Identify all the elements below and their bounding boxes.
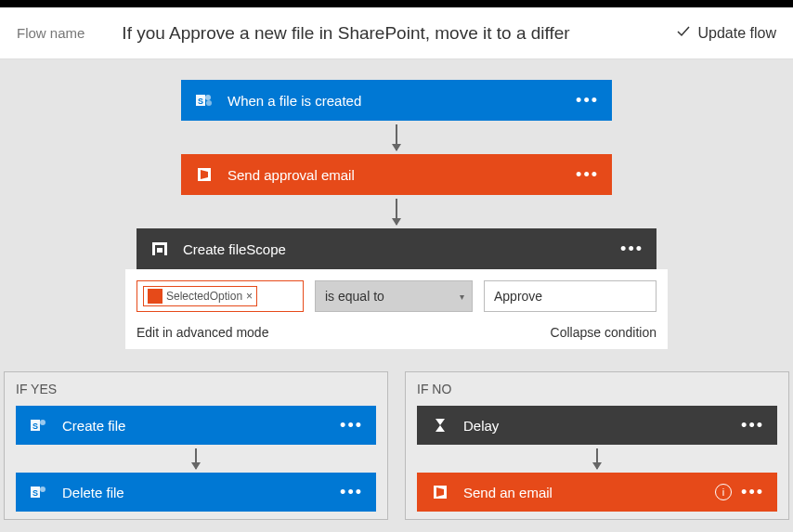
condition-row: SelectedOption × is equal to Approve: [136, 280, 656, 312]
sharepoint-icon: S: [29, 482, 49, 502]
branch-yes-label: IF YES: [16, 382, 376, 396]
scope-card[interactable]: Create fileScope •••: [136, 228, 656, 269]
hourglass-icon: [430, 415, 450, 435]
svg-text:S: S: [198, 97, 203, 106]
svg-text:S: S: [32, 422, 38, 431]
sharepoint-icon: S: [29, 415, 49, 435]
approval-email-card[interactable]: Send approval email •••: [181, 154, 612, 195]
more-icon[interactable]: •••: [741, 416, 764, 435]
approval-email-title: Send approval email: [228, 167, 576, 183]
more-icon[interactable]: •••: [340, 483, 363, 502]
delay-card[interactable]: Delay •••: [417, 406, 777, 445]
header-bar: Flow name If you Approve a new file in S…: [0, 7, 793, 59]
condition-operator-select[interactable]: is equal to: [315, 280, 473, 312]
scope-icon: [150, 239, 170, 259]
flow-name-label: Flow name: [17, 25, 84, 41]
delay-title: Delay: [463, 418, 741, 434]
svg-point-3: [206, 100, 212, 106]
flow-canvas: S When a file is created ••• Send approv…: [0, 59, 793, 520]
token-remove-icon[interactable]: ×: [246, 290, 253, 303]
svg-point-14: [40, 487, 46, 492]
more-icon[interactable]: •••: [741, 483, 764, 502]
collapse-condition-link[interactable]: Collapse condition: [551, 325, 656, 340]
more-icon[interactable]: •••: [340, 416, 363, 435]
more-icon[interactable]: •••: [576, 165, 599, 185]
create-file-card[interactable]: S Create file •••: [16, 406, 376, 445]
window-topbar: [0, 0, 793, 7]
delete-file-card[interactable]: S Delete file •••: [16, 473, 376, 512]
branch-yes: IF YES S Create file ••• S Delete file •…: [4, 371, 388, 520]
flow-title[interactable]: If you Approve a new file in SharePoint,…: [122, 23, 675, 44]
svg-rect-6: [152, 242, 155, 255]
svg-point-11: [40, 420, 46, 425]
create-file-title: Create file: [62, 418, 340, 434]
info-icon[interactable]: i: [715, 484, 732, 500]
connector-arrow: [396, 124, 397, 150]
send-email-card[interactable]: Send an email i •••: [417, 473, 777, 512]
sharepoint-icon: S: [194, 90, 214, 110]
edit-advanced-link[interactable]: Edit in advanced mode: [136, 325, 268, 340]
operator-label: is equal to: [325, 289, 384, 304]
delete-file-title: Delete file: [62, 485, 340, 500]
trigger-title: When a file is created: [228, 93, 576, 109]
branches-row: IF YES S Create file ••• S Delete file •…: [0, 371, 793, 520]
office-icon: [194, 164, 214, 185]
connector-arrow: [396, 199, 397, 225]
condition-left-operand[interactable]: SelectedOption ×: [136, 280, 304, 312]
send-email-title: Send an email: [463, 485, 715, 500]
svg-text:S: S: [32, 488, 38, 498]
svg-rect-8: [157, 248, 162, 253]
svg-rect-7: [164, 242, 167, 255]
condition-value-text: Approve: [494, 289, 542, 304]
office-icon: [430, 482, 450, 502]
token-chip[interactable]: SelectedOption ×: [143, 286, 257, 306]
condition-links: Edit in advanced mode Collapse condition: [136, 325, 656, 340]
token-label: SelectedOption: [166, 290, 242, 303]
more-icon[interactable]: •••: [620, 240, 644, 259]
branch-no: IF NO Delay ••• Send an email i •••: [405, 371, 789, 520]
condition-value-input[interactable]: Approve: [484, 280, 656, 312]
connector-arrow: [596, 448, 598, 469]
update-flow-button[interactable]: Update flow: [676, 24, 777, 43]
condition-panel: SelectedOption × is equal to Approve Edi…: [125, 269, 668, 349]
svg-point-2: [205, 95, 211, 100]
scope-title: Create fileScope: [183, 241, 620, 257]
more-icon[interactable]: •••: [576, 91, 599, 110]
office-icon: [148, 289, 162, 304]
connector-arrow: [195, 448, 197, 469]
update-flow-label: Update flow: [698, 25, 777, 42]
trigger-card[interactable]: S When a file is created •••: [181, 80, 612, 121]
check-icon: [676, 24, 691, 43]
branch-no-label: IF NO: [417, 382, 777, 396]
